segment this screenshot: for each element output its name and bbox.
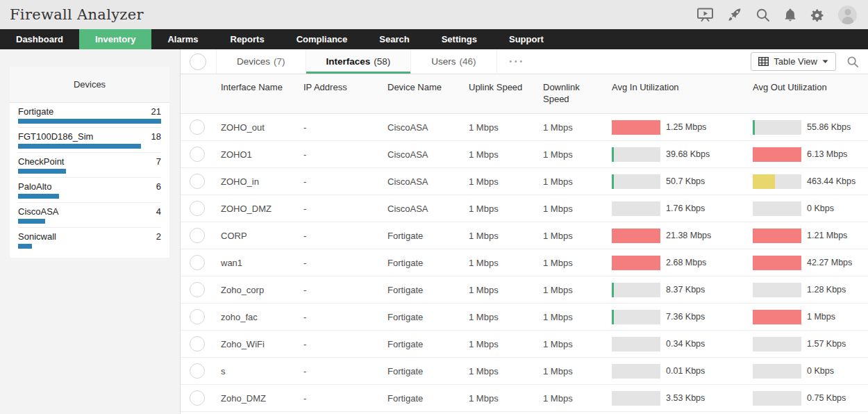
nav-item-settings[interactable]: Settings — [426, 29, 493, 49]
device-name-cell: CiscoASA — [382, 149, 463, 160]
device-row-fortigate[interactable]: Fortigate21 — [18, 103, 161, 128]
utilization-value: 0.01 Kbps — [666, 366, 705, 376]
row-select-radio[interactable] — [190, 228, 205, 243]
uplink-speed-cell: 1 Mbps — [463, 366, 537, 376]
row-radio-cell — [181, 119, 215, 135]
tab-devices[interactable]: Devices(7) — [216, 49, 306, 74]
row-select-radio[interactable] — [190, 174, 205, 189]
nav-item-alarms[interactable]: Alarms — [151, 29, 214, 49]
device-row-paloalto[interactable]: PaloAlto6 — [18, 178, 161, 203]
search-icon[interactable] — [756, 8, 770, 22]
row-select-radio[interactable] — [190, 390, 205, 406]
uplink-speed-cell: 1 Mbps — [463, 176, 537, 187]
utilization-bar — [612, 120, 660, 135]
utilization-bar — [612, 364, 660, 379]
header-radio-spacer — [181, 81, 215, 105]
downlink-speed-cell: 1 Mbps — [537, 149, 606, 160]
row-select-radio[interactable] — [190, 119, 205, 135]
chevron-down-icon — [822, 60, 828, 64]
notifications-bell-icon[interactable] — [783, 8, 797, 22]
device-row-fgt100d186-sim[interactable]: FGT100D186_Sim18 — [18, 128, 161, 153]
avg-out-utilization-cell: 1 Mbps — [747, 310, 868, 324]
table-row[interactable]: ZOHO_in-CiscoASA1 Mbps1 Mbps50.7 Kbps463… — [181, 168, 868, 195]
avg-out-utilization-cell: 463.44 Kbps — [747, 174, 868, 189]
interface-name-cell: ZOHO1 — [215, 149, 298, 160]
row-select-radio[interactable] — [190, 336, 205, 351]
column-header-interface-name: Interface Name — [215, 81, 298, 105]
table-row[interactable]: Zoho_corp-Fortigate1 Mbps1 Mbps8.37 Kbps… — [181, 276, 868, 304]
user-avatar[interactable] — [838, 6, 857, 24]
nav-item-support[interactable]: Support — [493, 29, 560, 49]
tab-label: Users — [431, 56, 456, 67]
utilization-value: 3.53 Kbps — [666, 393, 705, 403]
table-row[interactable]: CORP-Fortigate1 Mbps1 Mbps21.38 Mbps1.21… — [181, 222, 868, 249]
row-select-radio[interactable] — [190, 147, 205, 162]
device-name: Sonicwall — [18, 231, 56, 242]
row-radio-cell — [181, 147, 215, 162]
row-select-radio[interactable] — [190, 255, 205, 270]
tab-label: Devices — [237, 56, 270, 67]
devices-panel-title: Devices — [10, 67, 169, 103]
utilization-value: 1.76 Kbps — [666, 204, 705, 213]
nav-item-reports[interactable]: Reports — [215, 29, 281, 49]
interface-name-cell: Zoho_corp — [215, 285, 298, 295]
table-row[interactable]: Zoho_WiFi-Fortigate1 Mbps1 Mbps0.34 Kbps… — [181, 331, 868, 358]
nav-item-dashboard[interactable]: Dashboard — [0, 29, 79, 49]
table-search-icon[interactable] — [846, 56, 859, 68]
device-line: CheckPoint7 — [18, 156, 161, 167]
tab-interfaces[interactable]: Interfaces(58) — [306, 49, 412, 74]
nav-item-inventory[interactable]: Inventory — [79, 29, 152, 49]
row-select-radio[interactable] — [190, 201, 205, 216]
utilization-bar — [612, 256, 660, 270]
row-select-radio[interactable] — [190, 309, 205, 324]
avg-out-utilization-cell: 1.28 Kbps — [747, 283, 868, 297]
avg-in-utilization-cell: 3.53 Kbps — [606, 391, 747, 406]
select-all-radio[interactable] — [190, 53, 206, 70]
row-radio-cell — [181, 309, 215, 324]
interface-name-cell: ZOHO_DMZ — [215, 204, 298, 214]
device-name: CiscoASA — [18, 206, 59, 217]
table-body: ZOHO_out-CiscoASA1 Mbps1 Mbps1.25 Mbps55… — [181, 114, 868, 412]
tab-users[interactable]: Users(46) — [411, 49, 496, 74]
table-row[interactable]: zoho_fac-Fortigate1 Mbps1 Mbps7.36 Kbps1… — [181, 304, 868, 331]
more-tabs-ellipsis[interactable]: ••• — [497, 49, 538, 74]
utilization-value: 0 Kbps — [807, 204, 834, 213]
ip-address-cell: - — [298, 149, 382, 160]
device-name-cell: Fortigate — [382, 285, 463, 295]
rocket-icon[interactable] — [727, 7, 742, 22]
table-row[interactable]: ZOHO1-CiscoASA1 Mbps1 Mbps39.68 Kbps6.13… — [181, 141, 868, 168]
device-name-cell: Fortigate — [382, 231, 463, 241]
device-name-cell: Fortigate — [382, 339, 463, 349]
utilization-value: 1.28 Kbps — [807, 285, 846, 295]
utilization-value: 0.34 Kbps — [666, 339, 705, 349]
nav-item-search[interactable]: Search — [363, 29, 425, 49]
settings-gear-icon[interactable] — [810, 8, 825, 22]
tab-label: Interfaces — [326, 56, 371, 67]
avg-in-utilization-cell: 1.76 Kbps — [606, 201, 747, 216]
ip-address-cell: - — [298, 176, 382, 187]
table-row[interactable]: ZOHO_out-CiscoASA1 Mbps1 Mbps1.25 Mbps55… — [181, 114, 868, 141]
device-name-cell: Fortigate — [382, 258, 463, 268]
row-select-radio[interactable] — [190, 282, 205, 297]
utilization-bar-fill — [612, 147, 614, 162]
ip-address-cell: - — [298, 339, 382, 349]
column-header-avg-in-utilization: Avg In Utilization — [606, 81, 747, 105]
nav-item-compliance[interactable]: Compliance — [281, 29, 364, 49]
device-row-sonicwall[interactable]: Sonicwall2 — [18, 228, 161, 252]
row-select-radio[interactable] — [190, 363, 205, 379]
table-row[interactable]: ZOHO_DMZ-CiscoASA1 Mbps1 Mbps1.76 Kbps0 … — [181, 195, 868, 222]
tab-count: (58) — [374, 56, 390, 67]
table-view-dropdown[interactable]: Table View — [751, 52, 836, 71]
table-grid-icon — [758, 57, 769, 66]
table-row[interactable]: s-Fortigate1 Mbps1 Mbps0.01 Kbps0 Kbps — [181, 358, 868, 385]
table-row[interactable]: Zoho_DMZ-Fortigate1 Mbps1 Mbps3.53 Kbps0… — [181, 385, 868, 412]
device-row-ciscoasa[interactable]: CiscoASA4 — [18, 203, 161, 228]
table-row[interactable]: wan1-Fortigate1 Mbps1 Mbps2.68 Mbps42.27… — [181, 249, 868, 276]
demo-player-icon[interactable] — [696, 8, 714, 22]
utilization-bar-fill — [612, 310, 614, 324]
ip-address-cell: - — [298, 366, 382, 376]
device-list: Fortigate21FGT100D186_Sim18CheckPoint7Pa… — [10, 103, 169, 258]
device-row-checkpoint[interactable]: CheckPoint7 — [18, 153, 161, 178]
uplink-speed-cell: 1 Mbps — [463, 258, 537, 268]
uplink-speed-cell: 1 Mbps — [463, 122, 537, 133]
